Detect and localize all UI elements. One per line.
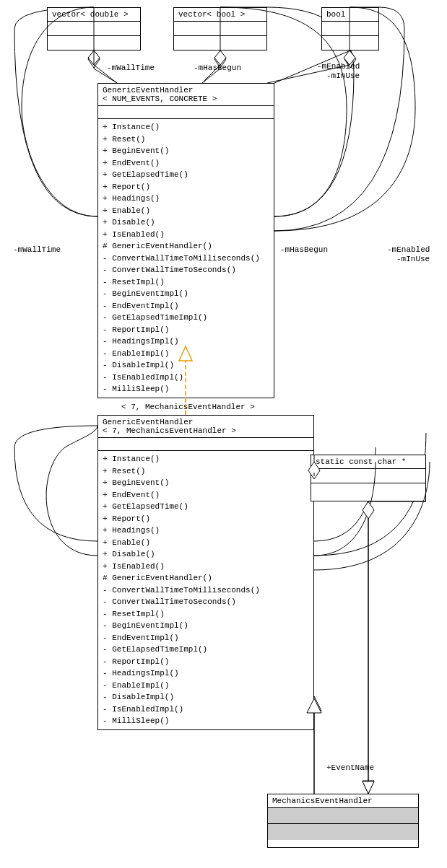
vector-bool-title: vector< bool > [174, 8, 266, 22]
member: + Enable() [103, 205, 269, 217]
generic-event-handler1-box: GenericEventHandler< NUM_EVENTS, CONCRET… [97, 83, 274, 398]
mechanics-event-handler-section2 [268, 824, 418, 840]
diagram-container: vector< double > vector< bool > bool -mW… [0, 0, 447, 868]
svg-marker-35 [363, 781, 374, 794]
member: + Headings() [103, 193, 269, 205]
vector-double-section1 [48, 22, 140, 36]
label-mHasBegun2: -mHasBegun [280, 245, 328, 254]
svg-marker-2 [88, 51, 100, 68]
member: + Report() [103, 513, 309, 525]
label-mInUse2: -mInUse [396, 255, 430, 263]
member: - HeadingsImpl() [103, 336, 269, 348]
member: + Disable() [103, 548, 309, 561]
bool-section2 [322, 36, 378, 49]
vector-double-title: vector< double > [48, 8, 140, 22]
member: + Report() [103, 181, 269, 193]
member: - ReportImpl() [103, 324, 269, 336]
member: + BeginEvent() [103, 477, 309, 489]
member: - EnableImpl() [103, 348, 269, 360]
svg-marker-19 [214, 51, 226, 65]
generic-event-handler1-title: GenericEventHandler< NUM_EVENTS, CONCRET… [98, 84, 274, 106]
member: - HeadingsImpl() [103, 667, 309, 680]
vector-double-box: vector< double > [47, 7, 141, 51]
member: - GetElapsedTimeImpl() [103, 312, 269, 324]
member: + Enable() [103, 537, 309, 549]
member: - ConvertWallTimeToSeconds() [103, 596, 309, 608]
vector-bool-box: vector< bool > [173, 7, 267, 51]
bool-section1 [322, 22, 378, 36]
member: - ConvertWallTimeToSeconds() [103, 264, 269, 276]
member: + GetElapsedTime() [103, 169, 269, 181]
member: + Reset() [103, 133, 269, 146]
static-const-char-title: static const char * [311, 455, 425, 469]
member: + GetElapsedTime() [103, 501, 309, 513]
member: + EndEvent() [103, 489, 309, 501]
static-const-char-section1 [311, 469, 425, 483]
bool-box: bool [321, 7, 379, 51]
member: - MilliSleep() [103, 383, 269, 395]
generic-event-handler1-members: + Instance() + Reset() + BeginEvent() + … [98, 119, 274, 398]
member: - MilliSleep() [103, 715, 309, 727]
member: - ConvertWallTimeToMilliseconds() [103, 253, 269, 265]
member: - EnableImpl() [103, 680, 309, 692]
member: - BeginEventImpl() [103, 620, 309, 632]
member: + BeginEvent() [103, 145, 269, 157]
member: - EndEventImpl() [103, 632, 309, 644]
member: - BeginEventImpl() [103, 288, 269, 300]
member: - ReportImpl() [103, 656, 309, 668]
member: - ResetImpl() [103, 608, 309, 621]
generic-event-handler2-members: + Instance() + Reset() + BeginEvent() + … [98, 451, 313, 729]
member: - IsEnabledImpl() [103, 372, 269, 384]
label-mWallTime2: -mWallTime [13, 245, 61, 254]
label-event-name: +EventName [326, 763, 374, 772]
member: + Reset() [103, 465, 309, 478]
generic-event-handler2-title: GenericEventHandler< 7, MechanicsEventHa… [98, 416, 313, 438]
static-const-char-box: static const char * [311, 455, 426, 501]
mechanics-event-handler-title: MechanicsEventHandler [268, 794, 418, 808]
member: - ConvertWallTimeToMilliseconds() [103, 584, 309, 597]
svg-marker-36 [363, 501, 374, 519]
member: + IsEnabled() [103, 229, 269, 241]
label-mWallTime1: -mWallTime [107, 63, 155, 72]
static-const-char-section2 [311, 483, 425, 496]
member: + EndEvent() [103, 157, 269, 170]
label-mInUse1: -mInUse [326, 71, 360, 80]
member: - GetElapsedTimeImpl() [103, 644, 309, 656]
member: + Instance() [103, 121, 269, 133]
label-mEnabled1: -mEnabled [317, 62, 360, 71]
generic-event-handler1-empty [98, 106, 274, 119]
vector-bool-section1 [174, 22, 266, 36]
svg-marker-16 [88, 51, 100, 65]
member: + Instance() [103, 453, 309, 465]
label-template-param: < 7, MechanicsEventHandler > [121, 403, 255, 411]
bool-title: bool [322, 8, 378, 22]
mechanics-event-handler-section1 [268, 808, 418, 824]
label-mHasBegun1: -mHasBegun [194, 63, 241, 72]
vector-double-section2 [48, 36, 140, 49]
member: + Headings() [103, 525, 309, 537]
vector-bool-section2 [174, 36, 266, 49]
label-mEnabled2: -mEnabled [387, 245, 430, 254]
member: + IsEnabled() [103, 561, 309, 573]
svg-marker-15 [363, 781, 374, 794]
member: - EndEventImpl() [103, 300, 269, 312]
member: - ResetImpl() [103, 276, 269, 289]
member: - DisableImpl() [103, 359, 269, 372]
generic-event-handler2-box: GenericEventHandler< 7, MechanicsEventHa… [97, 415, 314, 730]
member: - IsEnabledImpl() [103, 703, 309, 716]
member: - DisableImpl() [103, 691, 309, 703]
generic-event-handler2-empty [98, 438, 313, 451]
mechanics-event-handler-box: MechanicsEventHandler [267, 794, 419, 848]
member: # GenericEventHandler() [103, 572, 309, 584]
member: # GenericEventHandler() [103, 240, 269, 253]
member: + Disable() [103, 216, 269, 229]
